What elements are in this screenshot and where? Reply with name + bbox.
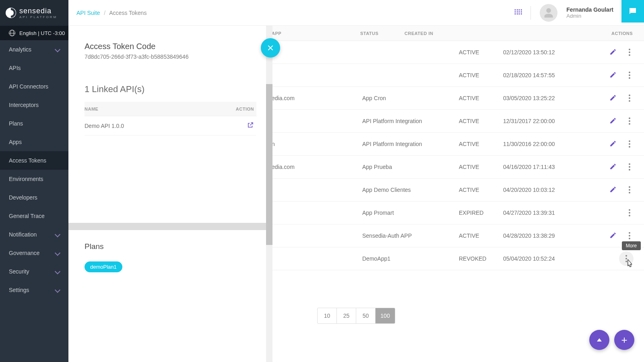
cell-created: 03/05/2020 13:25:22 [503,95,572,101]
add-fab[interactable]: + [614,330,634,350]
cell-status: EXPIRED [459,210,503,216]
table-row[interactable]: App PromartEXPIRED04/27/2020 13:39:31 [264,202,644,224]
sidebar-item-security[interactable]: Security [0,262,68,281]
table-row[interactable]: edia.comApp PruebaACTIVE04/16/2020 17:11… [264,156,644,179]
sidebar-item-developers[interactable]: Developers [0,188,68,207]
apps-grid-icon[interactable]: ⠿⠿ [514,11,522,14]
brand-name: sensedia [19,7,57,15]
row-more-icon[interactable] [625,209,634,216]
mini-th-action: ACTION [228,107,256,111]
edit-icon[interactable] [609,232,617,240]
row-more-icon[interactable] [625,140,634,148]
chevron-down-icon [55,232,60,237]
language-label: English | UTC -3:00 [19,30,65,36]
cell-status: ACTIVE [459,49,503,56]
chevron-down-icon [55,250,60,256]
table-row[interactable]: DemoApp1REVOKED05/04/2020 10:52:24 [264,247,644,270]
row-more-icon[interactable] [625,117,634,125]
cell-created: 02/12/2020 13:50:12 [503,49,572,56]
edit-icon[interactable] [609,94,617,103]
panel-scrollbar-thumb[interactable] [266,84,272,245]
mini-th-name: NAME [85,107,228,111]
table-row[interactable]: Sensedia-Auth APPACTIVE04/28/2020 13:38:… [264,224,644,247]
cell-app: App Cron [362,95,459,101]
sidebar-item-analytics[interactable]: Analytics [0,40,68,59]
logo: sensedia API PLATFORM [0,0,68,26]
table-row[interactable]: nAPI Platform IntegrationACTIVE11/30/201… [264,133,644,156]
table-row[interactable]: ACTIVE02/18/2020 14:57:55 [264,64,644,87]
sidebar-item-access-tokens[interactable]: Access Tokens [0,151,68,170]
sidebar-item-apps[interactable]: Apps [0,133,68,151]
page-size-100[interactable]: 100 [376,308,395,323]
scroll-top-fab[interactable] [589,330,609,350]
sidebar-item-api-connectors[interactable]: API Connectors [0,77,68,96]
edit-icon[interactable] [609,71,617,80]
cell-status: ACTIVE [459,95,503,101]
plans-title: Plans [85,242,256,251]
cell-created: 02/18/2020 14:57:55 [503,72,572,78]
breadcrumb-root[interactable]: API Suite [76,10,100,16]
avatar[interactable] [540,4,557,22]
cell-app: App Promart [362,210,459,216]
page-size-10[interactable]: 10 [318,308,337,323]
chevron-down-icon [55,287,60,293]
sidebar-item-apis[interactable]: APIs [0,59,68,77]
edit-icon[interactable] [609,117,617,125]
cell-created: 05/04/2020 10:52:24 [503,255,572,262]
page-size-25[interactable]: 25 [337,308,356,323]
sidebar: sensedia API PLATFORM English | UTC -3:0… [0,0,68,362]
chat-button[interactable] [621,0,644,23]
sidebar-item-general-trace[interactable]: General Trace [0,207,68,225]
page-size-50[interactable]: 50 [356,308,376,323]
language-selector[interactable]: English | UTC -3:00 [0,26,68,40]
table-row[interactable]: API Platform IntegrationACTIVE12/31/2017… [264,110,644,133]
edit-icon[interactable] [609,140,617,148]
close-panel-button[interactable] [261,38,280,58]
row-more-icon[interactable] [625,95,634,102]
linked-apis-title: 1 Linked API(s) [85,84,256,95]
panel-title: Access Token Code [85,42,256,51]
edit-icon[interactable] [609,163,617,171]
th-app: APP [264,31,360,36]
cell-created: 04/20/2020 10:03:12 [503,187,572,193]
sidebar-item-notification[interactable]: Notification [0,225,68,244]
table-row[interactable]: ACTIVE02/12/2020 13:50:12 [264,41,644,64]
sidebar-item-environments[interactable]: Environments [0,170,68,188]
cell-created: 11/30/2016 22:00:00 [503,141,572,147]
cell-app: App Demo Clientes [362,187,459,193]
edit-icon[interactable] [609,186,617,194]
cell-created: 04/27/2020 13:39:31 [503,210,572,216]
edit-icon[interactable] [609,48,617,57]
chevron-down-icon [55,269,60,274]
linked-api-name: Demo API 1.0.0 [85,123,228,129]
row-more-icon[interactable] [625,72,634,79]
breadcrumb-current: Access Tokens [109,10,147,16]
table-row[interactable]: App Demo ClientesACTIVE04/20/2020 10:03:… [264,179,644,202]
user-block: Fernanda Goulart Admin [566,6,613,19]
sidebar-item-interceptors[interactable]: Interceptors [0,96,68,114]
cell-status: ACTIVE [459,232,503,239]
pagination: 102550100 [317,308,395,324]
table-row[interactable]: edia.comApp CronACTIVE03/05/2020 13:25:2… [264,87,644,110]
th-actions: ACTIONS [473,31,644,36]
row-more-icon[interactable] [619,251,634,266]
user-name: Fernanda Goulart [566,6,613,13]
cell-status: ACTIVE [459,187,503,193]
row-more-icon[interactable] [625,186,634,193]
nav: AnalyticsAPIsAPI ConnectorsInterceptorsP… [0,40,68,299]
row-more-icon[interactable] [625,163,634,171]
open-in-new-icon[interactable] [247,123,254,130]
cell-app: API Platform Integration [362,141,459,147]
cell-app: API Platform Integration [362,118,459,124]
plan-chip[interactable]: demoPlan1 [85,261,122,272]
more-tooltip: More [622,241,641,250]
cell-created: 04/16/2020 17:11:43 [503,164,572,170]
globe-icon [9,30,15,36]
sidebar-item-plans[interactable]: Plans [0,114,68,133]
cell-status: REVOKED [459,255,503,262]
sidebar-item-governance[interactable]: Governance [0,244,68,262]
row-more-icon[interactable] [625,232,634,239]
cell-created: 12/31/2017 22:00:00 [503,118,572,124]
row-more-icon[interactable] [625,49,634,56]
sidebar-item-settings[interactable]: Settings [0,281,68,299]
